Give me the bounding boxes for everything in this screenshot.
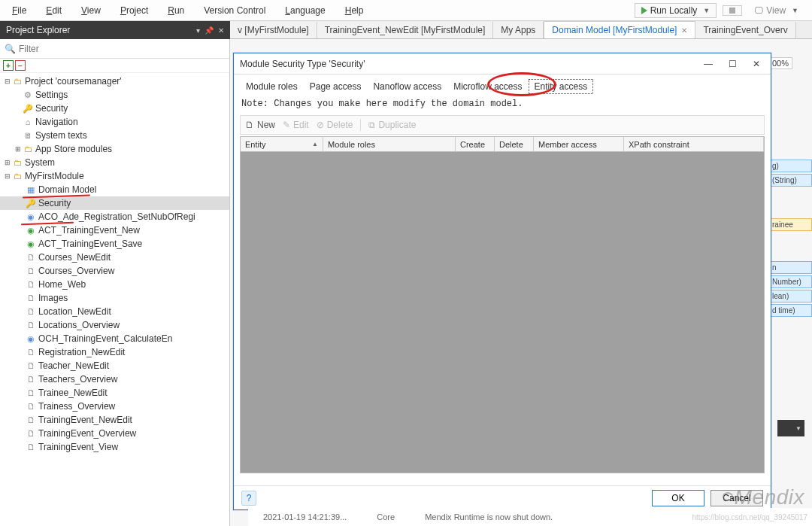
key-icon: 🔑 [23, 103, 33, 114]
tree-myfirstmodule[interactable]: ⊟🗀MyFirstModule [0, 169, 229, 183]
tree-project-root[interactable]: ⊟🗀Project 'coursemanager' [0, 74, 229, 88]
ok-button[interactable]: OK [652, 490, 704, 506]
menu-project[interactable]: Project [116, 4, 153, 17]
page-icon: 🗋 [26, 428, 36, 439]
tab-microflow-access[interactable]: Microflow access [447, 79, 528, 94]
page-icon: 🗋 [26, 415, 36, 425]
tree-item[interactable]: ◉OCH_TrainingEvent_CalculateEn [0, 332, 229, 345]
tree-item[interactable]: 🗋Trainee_NewEdit [0, 386, 229, 400]
background-content: 00% g) (String) rainee n Number) lean) d… [768, 57, 812, 318]
cancel-button[interactable]: Cancel [710, 490, 763, 506]
caret-down-icon[interactable]: ▼ [792, 7, 798, 14]
close-icon[interactable]: ✕ [681, 26, 687, 35]
tree-item[interactable]: ◉ACO_Ade_Registration_SetNubOfRegi [0, 210, 229, 223]
flow-icon: ◉ [26, 211, 36, 222]
panel-pin-icon[interactable]: 📌 [205, 26, 214, 35]
monitor-icon: 🖵 [754, 5, 763, 16]
tree-item[interactable]: 🗋Images [0, 291, 229, 305]
doc-tab[interactable]: TrainingEvent_Overv [695, 22, 795, 38]
menu-run[interactable]: Run [163, 4, 189, 17]
entity-access-toolbar: 🗋New ✎Edit ⊘Delete ⧉Duplicate [240, 115, 765, 135]
close-button[interactable]: ✕ [748, 59, 765, 69]
view-button-label: View [766, 5, 786, 16]
col-member-access[interactable]: Member access [534, 137, 624, 151]
zoom-level: 00% [768, 57, 792, 69]
tab-module-roles[interactable]: Module roles [240, 79, 304, 94]
col-module-roles[interactable]: Module roles [323, 137, 456, 151]
col-create[interactable]: Create [456, 137, 495, 151]
tree-item[interactable]: ◉ACT_TrainingEvent_Save [0, 237, 229, 251]
menu-view[interactable]: View [77, 4, 105, 17]
entity-access-grid[interactable]: Entity▲ Module roles Create Delete Membe… [240, 136, 765, 473]
grid-icon: ▦ [26, 184, 36, 195]
tree-system-texts[interactable]: 🗎System texts [0, 129, 229, 142]
doc-tab[interactable]: TrainingEvent_NewEdit [MyFirstModule] [317, 22, 494, 38]
separator [360, 119, 361, 131]
project-explorer-title: Project Explorer [6, 25, 70, 35]
filter-input[interactable] [19, 44, 225, 54]
tree-item[interactable]: 🗋Registration_NewEdit [0, 345, 229, 359]
collapsed-panel-header[interactable]: ▼ [777, 420, 804, 436]
view-button[interactable]: 🖵 View ▼ [748, 4, 804, 17]
no-icon: ⊘ [317, 120, 324, 130]
stop-button[interactable] [723, 5, 742, 16]
tree-item[interactable]: 🗋Teachers_Overview [0, 372, 229, 386]
tree-security[interactable]: 🔑Security [0, 102, 229, 115]
copy-icon: ⧉ [368, 120, 375, 130]
tree-app-store-modules[interactable]: ⊞🗀App Store modules [0, 142, 229, 156]
grid-header: Entity▲ Module roles Create Delete Membe… [241, 137, 764, 152]
tab-entity-access[interactable]: Entity access [529, 79, 594, 94]
dialog-titlebar: Module Security Type 'Security' — ☐ ✕ [234, 53, 771, 74]
folder-icon: 🗀 [23, 144, 33, 154]
caret-down-icon[interactable]: ▼ [703, 7, 710, 14]
col-xpath-constraint[interactable]: XPath constraint [624, 137, 764, 151]
tree-item[interactable]: 🗋TrainingEvent_Overview [0, 427, 229, 440]
doc-tab[interactable]: v [MyFirstModule] [230, 22, 317, 38]
tree-item[interactable]: 🗋TrainingEvent_NewEdit [0, 413, 229, 427]
minimize-button[interactable]: — [700, 59, 717, 69]
pencil-icon: ✎ [283, 120, 290, 130]
tree-item[interactable]: 🗋Location_NewEdit [0, 305, 229, 318]
tree-item[interactable]: 🗋Home_Web [0, 278, 229, 291]
menu-version-control[interactable]: Version Control [199, 4, 270, 17]
project-tree: ⊟🗀Project 'coursemanager' ⚙Settings 🔑Sec… [0, 73, 229, 455]
menu-file[interactable]: File [8, 4, 31, 17]
tree-item-security[interactable]: 🔑Security [0, 196, 229, 210]
tree-item[interactable]: 🗋Courses_NewEdit [0, 251, 229, 264]
menu-help[interactable]: Help [341, 4, 368, 17]
tree-item[interactable]: 🗋Trainess_Overview [0, 400, 229, 413]
expand-all-button[interactable]: + [3, 60, 14, 71]
menu-language[interactable]: Language [280, 4, 329, 17]
tree-navigation[interactable]: ⌂Navigation [0, 115, 229, 129]
run-locally-button[interactable]: Run Locally ▼ [635, 3, 717, 18]
duplicate-button[interactable]: ⧉Duplicate [368, 120, 416, 130]
maximize-button[interactable]: ☐ [724, 59, 741, 69]
tree-item[interactable]: 🗋Locations_Overview [0, 318, 229, 332]
doc-tab[interactable]: My Apps [493, 22, 544, 38]
panel-close-icon[interactable]: ✕ [218, 26, 224, 35]
tree-item[interactable]: ◉ACT_TrainingEvent_New [0, 223, 229, 237]
delete-button[interactable]: ⊘Delete [317, 120, 353, 130]
new-button[interactable]: 🗋New [245, 120, 275, 130]
panel-dropdown-icon[interactable]: ▾ [196, 26, 200, 35]
col-entity[interactable]: Entity▲ [241, 137, 323, 151]
stop-icon [729, 8, 735, 14]
tree-item-domain-model[interactable]: ▦Domain Model [0, 183, 229, 196]
tree-item[interactable]: 🗋Teacher_NewEdit [0, 359, 229, 372]
play-icon [641, 7, 647, 14]
tree-item[interactable]: 🗋Courses_Overview [0, 264, 229, 278]
folder-icon: 🗀 [12, 76, 23, 87]
tree-settings[interactable]: ⚙Settings [0, 88, 229, 102]
tab-nanoflow-access[interactable]: Nanoflow access [367, 79, 447, 94]
module-security-dialog: Module Security Type 'Security' — ☐ ✕ Mo… [233, 53, 771, 510]
menubar: File Edit View Project Run Version Contr… [0, 0, 812, 21]
help-button[interactable]: ? [241, 491, 256, 506]
tree-system[interactable]: ⊞🗀System [0, 156, 229, 169]
edit-button[interactable]: ✎Edit [283, 120, 309, 130]
tab-page-access[interactable]: Page access [304, 79, 368, 94]
tree-item[interactable]: 🗋TrainingEvent_View [0, 440, 229, 454]
doc-tab-active[interactable]: Domain Model [MyFirstModule]✕ [544, 21, 695, 38]
collapse-all-button[interactable]: − [15, 60, 26, 71]
col-delete[interactable]: Delete [495, 137, 534, 151]
menu-edit[interactable]: Edit [41, 4, 66, 17]
